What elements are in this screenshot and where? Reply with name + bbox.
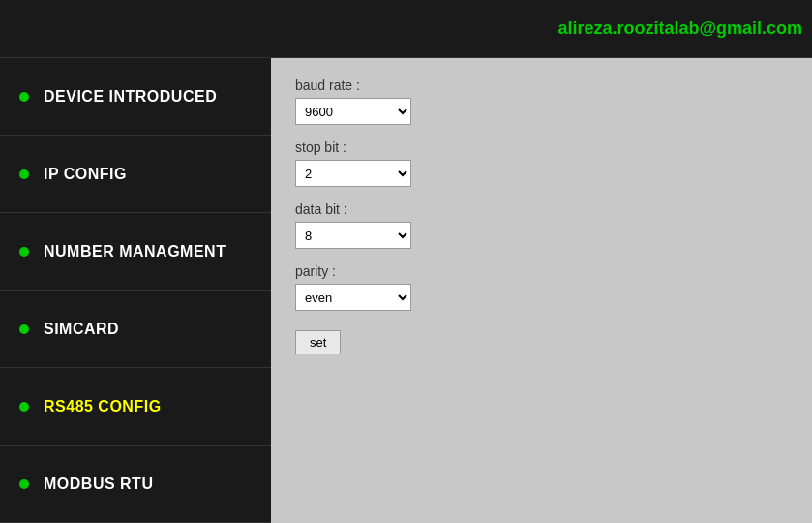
sidebar-item-number-management[interactable]: NUMBER MANAGMENT (0, 213, 271, 291)
data-bit-select[interactable]: 5 6 7 8 (295, 222, 411, 249)
sidebar-label-simcard: SIMCARD (44, 321, 119, 338)
sidebar-label-device-introduced: DEVICE INTRODUCED (44, 88, 217, 106)
header-email: alireza.roozitalab@gmail.com (557, 18, 802, 39)
sidebar-item-device-introduced[interactable]: DEVICE INTRODUCED (0, 58, 271, 136)
sidebar-label-rs485-config: RS485 CONFIG (44, 398, 162, 415)
baud-rate-select[interactable]: 9600 19200 38400 57600 115200 (295, 98, 411, 125)
baud-rate-group: baud rate : 9600 19200 38400 57600 11520… (295, 77, 788, 125)
data-bit-label: data bit : (295, 201, 788, 217)
main-container: DEVICE INTRODUCED IP CONFIG NUMBER MANAG… (0, 58, 812, 523)
stop-bit-group: stop bit : 1 1.5 2 (295, 139, 788, 187)
parity-label: parity : (295, 263, 788, 279)
parity-group: parity : none odd even mark space (295, 263, 788, 311)
sidebar-item-rs485-config[interactable]: RS485 CONFIG (0, 368, 271, 446)
dot-rs485-config (19, 402, 29, 412)
dot-simcard (19, 324, 29, 334)
set-button[interactable]: set (295, 330, 341, 354)
sidebar-label-ip-config: IP CONFIG (44, 166, 127, 183)
sidebar-item-ip-config[interactable]: IP CONFIG (0, 136, 271, 213)
stop-bit-select[interactable]: 1 1.5 2 (295, 160, 411, 187)
dot-device-introduced (19, 92, 29, 102)
content-area: baud rate : 9600 19200 38400 57600 11520… (271, 58, 812, 523)
dot-ip-config (19, 169, 29, 179)
data-bit-group: data bit : 5 6 7 8 (295, 201, 788, 249)
header: alireza.roozitalab@gmail.com (0, 0, 812, 58)
sidebar-item-modbus-rtu[interactable]: MODBUS RTU (0, 446, 271, 523)
parity-select[interactable]: none odd even mark space (295, 284, 411, 311)
sidebar-item-simcard[interactable]: SIMCARD (0, 291, 271, 368)
sidebar-label-modbus-rtu: MODBUS RTU (44, 476, 153, 493)
dot-number-management (19, 247, 29, 257)
baud-rate-label: baud rate : (295, 77, 788, 93)
sidebar: DEVICE INTRODUCED IP CONFIG NUMBER MANAG… (0, 58, 271, 523)
dot-modbus-rtu (19, 479, 29, 489)
sidebar-label-number-management: NUMBER MANAGMENT (44, 243, 226, 261)
stop-bit-label: stop bit : (295, 139, 788, 155)
set-button-group: set (295, 325, 788, 354)
